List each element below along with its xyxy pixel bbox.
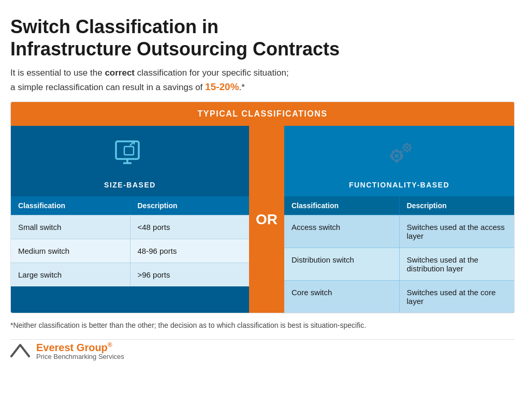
functionality-based-label: FUNCTIONALITY-BASED (284, 178, 514, 196)
core-switch-description: Switches used at the core layer (400, 281, 515, 313)
size-based-column: SIZE-BASED Classification Description Sm… (11, 126, 249, 313)
svg-rect-0 (116, 141, 139, 159)
classifications-table: TYPICAL CLASSIFICATIONS (10, 102, 515, 313)
svg-point-8 (395, 154, 399, 158)
access-switch-description: Switches used at the access layer (400, 215, 515, 248)
size-classification-header: Classification (11, 196, 130, 215)
size-description-header: Description (130, 196, 250, 215)
large-switch-classification: Large switch (11, 263, 130, 286)
svg-point-18 (406, 147, 409, 149)
medium-switch-classification: Medium switch (11, 239, 130, 263)
footer-text: Everest Group® Price Benchmarking Servic… (36, 342, 124, 360)
table-header-row: TYPICAL CLASSIFICATIONS (11, 102, 514, 126)
size-data-rows: Small switch <48 ports Medium switch 48-… (11, 215, 249, 286)
or-label: OR (256, 211, 278, 228)
functionality-based-column: FUNCTIONALITY-BASED Classification Descr… (284, 126, 514, 313)
large-switch-description: >96 ports (130, 263, 250, 286)
table-header-text: TYPICAL CLASSIFICATIONS (198, 109, 328, 118)
footer-tagline: Price Benchmarking Services (36, 353, 124, 360)
svg-rect-13 (391, 150, 395, 154)
access-switch-classification: Access switch (284, 215, 400, 248)
small-switch-description: <48 ports (130, 215, 250, 239)
func-data-rows: Access switch Switches used at the acces… (284, 215, 514, 313)
or-divider: OR (249, 126, 284, 313)
brand-name: Everest Group® (36, 342, 124, 353)
svg-rect-9 (395, 149, 398, 152)
size-table: Classification Description Small switch … (11, 196, 249, 313)
subtitle: It is essential to use the correct class… (10, 66, 515, 94)
table-row: Large switch >96 ports (11, 263, 249, 286)
medium-switch-description: 48-96 ports (130, 239, 250, 263)
size-col-headers: Classification Description (11, 196, 249, 215)
chevron-up-icon (10, 343, 30, 359)
svg-rect-21 (402, 147, 404, 149)
small-switch-classification: Small switch (11, 215, 130, 239)
func-classification-header: Classification (284, 196, 400, 215)
svg-rect-19 (406, 143, 408, 145)
svg-rect-1 (124, 147, 134, 155)
func-table: Classification Description Access switch… (284, 196, 514, 313)
func-col-headers: Classification Description (284, 196, 514, 215)
core-switch-classification: Core switch (284, 281, 400, 313)
svg-rect-20 (406, 150, 408, 152)
table-row: Distribution switch Switches used at the… (284, 248, 514, 280)
distribution-switch-classification: Distribution switch (284, 248, 400, 280)
table-columns: SIZE-BASED Classification Description Sm… (11, 126, 514, 313)
func-icon-area (284, 126, 514, 178)
logo (10, 343, 30, 359)
table-row: Access switch Switches used at the acces… (284, 215, 514, 248)
table-row: Small switch <48 ports (11, 215, 249, 239)
size-based-label: SIZE-BASED (11, 178, 249, 196)
monitor-icon (112, 136, 148, 172)
gear-icon (381, 136, 417, 172)
svg-rect-22 (410, 147, 412, 149)
table-row: Medium switch 48-96 ports (11, 239, 249, 263)
svg-rect-10 (395, 160, 398, 163)
func-description-header: Description (400, 196, 515, 215)
footer: Everest Group® Price Benchmarking Servic… (10, 339, 515, 360)
svg-rect-25 (403, 149, 405, 152)
distribution-switch-description: Switches used at the distribution layer (400, 248, 515, 280)
size-icon-area (11, 126, 249, 178)
page-title: Switch Classification in Infrastructure … (10, 16, 515, 60)
footnote: *Neither classification is better than t… (10, 321, 515, 331)
table-row: Core switch Switches used at the core la… (284, 280, 514, 313)
title-section: Switch Classification in Infrastructure … (10, 16, 515, 94)
